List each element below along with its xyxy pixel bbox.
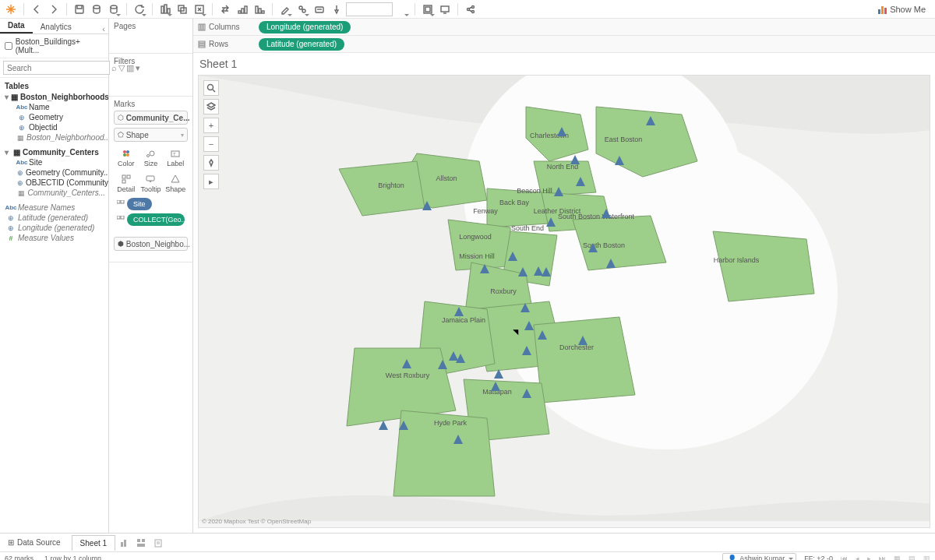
community-center-marker[interactable] [570,155,580,164]
marks-pill-site[interactable]: Site [114,196,188,212]
community-center-marker[interactable] [615,156,624,165]
community-center-marker[interactable] [578,336,587,345]
tab-data[interactable]: Data [0,19,33,33]
community-center-marker[interactable] [399,421,408,430]
sort-desc-button[interactable] [252,2,267,17]
map-search-button[interactable] [203,80,219,96]
marks-pill-collect[interactable]: COLLECT(Geo... [114,212,188,227]
tab-analytics[interactable]: Analytics [33,20,79,33]
marks-shape-button[interactable]: Shape [163,171,188,196]
community-center-marker[interactable] [542,267,551,276]
community-center-marker[interactable] [546,217,556,227]
community-center-marker[interactable] [453,435,463,444]
marks-context-layer[interactable]: ⬢ Boston_Neighbo... [114,237,188,251]
connection-row[interactable]: Boston_Buildings+ (Mult... [0,34,108,58]
community-center-marker[interactable] [422,201,432,210]
back-button[interactable] [29,2,44,17]
rows-pill[interactable]: Latitude (generated) [259,38,344,51]
community-center-marker[interactable] [402,359,411,368]
highlight-button[interactable] [277,2,293,17]
toolbar-search-input[interactable] [346,2,393,16]
swap-button[interactable] [217,2,233,17]
marks-detail-button[interactable]: Detail [114,171,139,196]
community-center-marker[interactable] [522,389,531,398]
nav-prev-icon[interactable]: ◂ [856,555,859,561]
view-tabs-icon[interactable]: ▦ [894,555,901,561]
share-button[interactable] [463,2,478,17]
refresh-button[interactable] [132,2,147,17]
community-center-marker[interactable] [480,264,489,273]
field-measure-values[interactable]: #Measure Values [0,233,108,243]
map-zoom-in-button[interactable]: + [203,118,219,133]
community-center-marker[interactable] [518,267,527,276]
community-center-marker[interactable] [534,266,543,276]
community-center-marker[interactable] [438,360,447,369]
community-center-marker[interactable] [646,116,655,125]
field-name[interactable]: AbcName [0,102,108,112]
nav-next-icon[interactable]: ▸ [867,555,871,561]
search-input[interactable] [3,61,110,75]
data-source-tab[interactable]: ⊞Data Source [0,538,69,547]
community-center-marker[interactable] [520,303,530,312]
pause-updates-button[interactable] [106,2,122,17]
clear-button[interactable] [192,2,207,17]
field-objectid[interactable]: ⊕Objectid [0,122,108,132]
community-center-marker[interactable] [494,369,503,379]
community-center-marker[interactable] [491,382,500,391]
fit-button[interactable] [420,2,436,17]
field-boston-neighborhood[interactable]: ▦Boston_Neighborhood... [0,132,108,143]
field-geometry-cc[interactable]: ⊕Geometry (Community... [0,167,108,178]
columns-pill[interactable]: Longitude (generated) [259,21,351,33]
community-center-marker[interactable] [508,252,517,261]
community-center-marker[interactable] [538,330,547,340]
field-site[interactable]: AbcSite [0,157,108,167]
marks-size-button[interactable]: Size [139,145,164,171]
community-center-marker[interactable] [602,209,611,218]
map-zoom-out-button[interactable]: − [203,136,219,152]
marks-color-button[interactable]: Color [114,145,139,171]
duplicate-button[interactable] [175,2,190,17]
nav-first-icon[interactable]: ⏮ [841,555,848,561]
field-latitude[interactable]: ⊕Latitude (generated) [0,213,108,223]
rows-shelf[interactable]: Rows Latitude (generated) [193,36,935,53]
columns-shelf[interactable]: Columns Longitude (generated) [193,19,935,36]
group-button[interactable] [295,2,310,17]
community-center-marker[interactable] [557,127,566,136]
filters-shelf[interactable]: Filters [109,54,192,97]
map-more-button[interactable]: ▸ [203,174,219,189]
collapse-pane-icon[interactable]: ‹ [99,24,108,33]
table-boston-neighborhoods[interactable]: ▾▦Boston_Neighborhoods [0,92,108,102]
community-center-marker[interactable] [456,354,465,363]
table-community-centers[interactable]: ▾▦Community_Centers [0,147,108,157]
new-story-button[interactable] [150,535,167,551]
marks-label-button[interactable]: TLabel [163,145,188,171]
new-worksheet-button[interactable] [115,535,132,551]
new-sheet-button[interactable] [157,2,173,17]
map-area[interactable]: CharlestownEast BostonNorth EndAllstonBr… [198,75,930,528]
view-filmstrip-icon[interactable]: ▤ [909,555,916,561]
show-me-button[interactable]: Show Me [872,2,932,17]
sort-asc-button[interactable] [235,2,250,17]
new-datasource-button[interactable] [89,2,104,17]
community-center-marker[interactable] [606,259,616,268]
view-grid-icon[interactable]: ▥ [923,555,930,561]
community-center-marker[interactable] [522,346,531,355]
community-center-marker[interactable] [454,307,464,316]
forward-button[interactable] [46,2,62,17]
community-center-marker[interactable] [524,321,534,330]
field-community-centers[interactable]: ▦Community_Centers... [0,188,108,198]
user-menu[interactable]: 👤 Ashwin Kumar [722,553,796,561]
marks-type-selector[interactable]: ⬠ Shape▾ [114,128,188,142]
field-geometry[interactable]: ⊕Geometry [0,112,108,122]
presentation-button[interactable] [437,2,453,17]
search-dropdown[interactable] [394,2,410,17]
label-toggle-button[interactable] [312,2,327,17]
marks-tooltip-button[interactable]: Tooltip [139,171,164,196]
community-center-marker[interactable] [379,421,388,430]
marks-layer-selector[interactable]: ⬡ Community_Ce... [114,111,188,125]
field-objectid-cc[interactable]: ⊕OBJECTID (Community... [0,178,108,188]
new-dashboard-button[interactable] [132,535,150,551]
save-button[interactable] [72,2,87,17]
pages-shelf[interactable]: Pages [109,19,192,54]
community-center-marker[interactable] [449,351,458,361]
